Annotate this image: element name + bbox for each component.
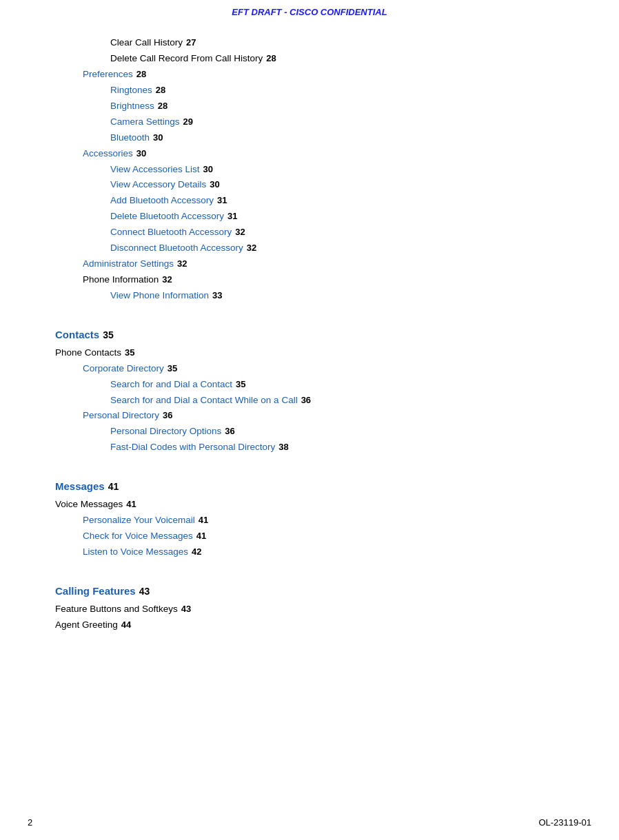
toc-page-18: 35: [103, 327, 114, 344]
toc-label-11: Delete Bluetooth Accessory: [110, 209, 224, 225]
toc-page-9: 30: [210, 177, 219, 192]
toc-entry-15: Phone Information32: [55, 272, 564, 288]
toc-entry-16: View Phone Information33: [55, 288, 564, 304]
toc-page-30: 41: [196, 529, 206, 544]
toc-entry-30: Check for Voice Messages41: [55, 529, 564, 544]
toc-label-3: Ringtones: [110, 83, 152, 99]
toc-entry-14: Administrator Settings32: [55, 256, 564, 272]
toc-page-23: 36: [163, 408, 172, 423]
toc-entry-24: Personal Directory Options36: [55, 424, 564, 440]
toc-page-0: 27: [186, 35, 196, 50]
toc-entry-21: Search for and Dial a Contact35: [55, 377, 564, 393]
toc-label-16: View Phone Information: [110, 288, 209, 304]
toc-label-27: Messages: [55, 478, 105, 495]
toc-label-14: Administrator Settings: [83, 256, 174, 272]
toc-entry-34: Feature Buttons and Softkeys43: [55, 602, 564, 617]
toc-entry-9: View Accessory Details30: [55, 177, 564, 193]
toc-entry-1: Delete Call Record From Call History28: [55, 51, 564, 67]
toc-entry-4: Brightness28: [55, 99, 564, 114]
toc-page-13: 32: [247, 240, 256, 256]
toc-page-25: 38: [278, 440, 288, 455]
toc-label-12: Connect Bluetooth Accessory: [110, 225, 232, 240]
toc-entry-7: Accessories30: [55, 146, 564, 162]
toc-label-28: Voice Messages: [55, 497, 123, 513]
toc-label-7: Accessories: [83, 146, 133, 162]
page-header: EFT DRAFT - CISCO CONFIDENTIAL: [0, 0, 619, 21]
toc-page-12: 32: [235, 225, 245, 240]
toc-label-25: Fast-Dial Codes with Personal Directory: [110, 440, 275, 455]
toc-label-6: Bluetooth: [110, 130, 150, 146]
toc-page-7: 30: [136, 146, 146, 161]
toc-entry-10: Add Bluetooth Accessory31: [55, 193, 564, 209]
toc-page-34: 43: [181, 602, 191, 617]
toc-page-31: 42: [192, 544, 201, 560]
toc-entry-25: Fast-Dial Codes with Personal Directory3…: [55, 440, 564, 455]
toc-entry-31: Listen to Voice Messages42: [55, 544, 564, 560]
toc-label-29: Personalize Your Voicemail: [83, 513, 195, 529]
toc-label-5: Camera Settings: [110, 114, 180, 130]
toc-page-6: 30: [153, 130, 163, 145]
toc-entry-35: Agent Greeting44: [55, 617, 564, 633]
footer-left: 2: [28, 817, 32, 828]
toc-entry-8: View Accessories List30: [55, 162, 564, 178]
toc-label-20: Corporate Directory: [83, 361, 164, 377]
toc-label-33: Calling Features: [55, 582, 136, 600]
toc-label-18: Contacts: [55, 326, 99, 344]
toc-label-24: Personal Directory Options: [110, 424, 221, 440]
toc-label-10: Add Bluetooth Accessory: [110, 193, 214, 209]
toc-label-1: Delete Call Record From Call History: [110, 51, 263, 67]
toc-label-15: Phone Information: [83, 272, 159, 288]
toc-entry-27: Messages41: [55, 478, 564, 495]
toc-label-19: Phone Contacts: [55, 345, 121, 361]
toc-entry-29: Personalize Your Voicemail41: [55, 513, 564, 529]
toc-page-24: 36: [225, 424, 234, 439]
toc-page-27: 41: [108, 479, 119, 495]
toc-label-30: Check for Voice Messages: [83, 529, 193, 544]
toc-page-29: 41: [199, 513, 208, 528]
toc-page-11: 31: [227, 209, 237, 224]
footer-right: OL-23119-01: [538, 817, 591, 828]
toc-page-22: 36: [301, 393, 311, 408]
toc-label-34: Feature Buttons and Softkeys: [55, 602, 178, 617]
toc-page-28: 41: [126, 497, 136, 512]
toc-entry-18: Contacts35: [55, 326, 564, 344]
toc-entry-5: Camera Settings29: [55, 114, 564, 130]
toc-label-8: View Accessories List: [110, 162, 200, 178]
toc-page-10: 31: [217, 193, 227, 208]
toc-page-19: 35: [125, 345, 134, 360]
page-footer: 2 OL-23119-01: [0, 817, 619, 828]
spacer-26: [55, 455, 564, 465]
toc-entry-28: Voice Messages41: [55, 497, 564, 513]
toc-label-23: Personal Directory: [83, 408, 159, 424]
toc-entry-22: Search for and Dial a Contact While on a…: [55, 393, 564, 409]
toc-page-14: 32: [177, 256, 187, 272]
toc-page-16: 33: [212, 288, 222, 303]
toc-entry-23: Personal Directory36: [55, 408, 564, 424]
page-content: Clear Call History27Delete Call Record F…: [0, 21, 619, 675]
toc-page-21: 35: [236, 377, 245, 392]
toc-entry-33: Calling Features43: [55, 582, 564, 600]
toc-entry-0: Clear Call History27: [55, 35, 564, 51]
spacer-32: [55, 560, 564, 570]
toc-label-35: Agent Greeting: [55, 617, 118, 633]
toc-page-20: 35: [168, 361, 177, 376]
toc-page-1: 28: [266, 51, 276, 66]
toc-page-2: 28: [136, 67, 146, 82]
toc-page-8: 30: [203, 162, 213, 177]
toc-entry-3: Ringtones28: [55, 83, 564, 99]
toc-entry-6: Bluetooth30: [55, 130, 564, 146]
toc-entry-13: Disconnect Bluetooth Accessory32: [55, 240, 564, 256]
toc-page-15: 32: [162, 272, 172, 287]
toc-label-4: Brightness: [110, 99, 154, 114]
toc-entry-2: Preferences28: [55, 67, 564, 83]
toc-entry-12: Connect Bluetooth Accessory32: [55, 225, 564, 240]
toc-label-0: Clear Call History: [110, 35, 183, 51]
toc-label-13: Disconnect Bluetooth Accessory: [110, 240, 243, 256]
toc-label-2: Preferences: [83, 67, 133, 83]
toc-label-22: Search for and Dial a Contact While on a…: [110, 393, 298, 409]
toc-label-31: Listen to Voice Messages: [83, 544, 188, 560]
toc-entry-11: Delete Bluetooth Accessory31: [55, 209, 564, 225]
spacer-17: [55, 304, 564, 314]
toc-page-4: 28: [158, 99, 168, 114]
toc-label-21: Search for and Dial a Contact: [110, 377, 232, 393]
